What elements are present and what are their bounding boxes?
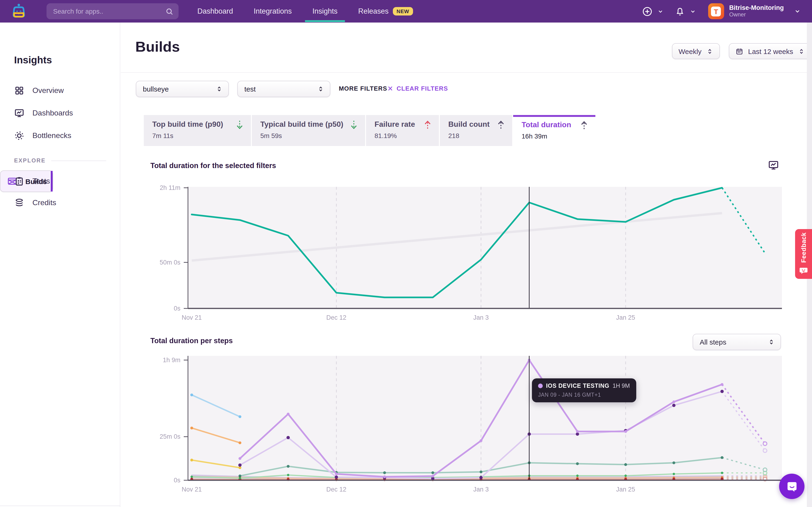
metric-tabs: Top build time (p90)7m 11sTypical build … bbox=[0, 115, 812, 146]
trend-up-arrow-icon bbox=[580, 121, 588, 130]
explore-label: EXPLORE bbox=[14, 157, 46, 164]
feedback-tab-label: Feedback bbox=[800, 232, 807, 263]
sidebar-item-label: Overview bbox=[33, 87, 64, 95]
new-badge: NEW bbox=[393, 7, 413, 15]
sidebar-item-label: Tests bbox=[33, 177, 50, 185]
more-filters-label: MORE FILTERS bbox=[339, 85, 387, 92]
avatar-letter: T bbox=[711, 6, 721, 16]
select-updown-icon bbox=[768, 338, 775, 345]
chat-fab-button[interactable] bbox=[779, 474, 805, 499]
metric-label: Total duration bbox=[522, 121, 571, 129]
y-tick-label: 25m 0s bbox=[159, 433, 181, 440]
metric-label: Typical build time (p50) bbox=[260, 120, 343, 129]
chart2-title: Total duration per steps bbox=[150, 337, 233, 345]
date-range-value: Last 12 weeks bbox=[748, 47, 793, 55]
metric-value: 16h 39m bbox=[522, 132, 588, 140]
period-value: Weekly bbox=[678, 47, 702, 55]
select-updown-icon bbox=[317, 86, 324, 93]
steps-select[interactable]: All steps bbox=[693, 334, 781, 350]
sidebar-item-overview[interactable]: Overview bbox=[0, 79, 120, 102]
workspace-avatar[interactable]: T bbox=[708, 3, 724, 19]
sidebar-main-items: OverviewDashboardsBottlenecks bbox=[0, 79, 120, 147]
sidebar-item-bottlenecks[interactable]: Bottlenecks bbox=[0, 124, 120, 147]
nav-link-integrations[interactable]: Integrations bbox=[254, 7, 292, 15]
metric-tab-header: Top build time (p90) bbox=[152, 120, 243, 129]
nav-link-dashboard[interactable]: Dashboard bbox=[197, 7, 233, 15]
x-tick-label: Dec 12 bbox=[326, 486, 347, 493]
feedback-tab-button[interactable]: Feedback bbox=[795, 229, 812, 279]
nav-link-label: Insights bbox=[312, 7, 338, 15]
app-filter-value: bullseye bbox=[143, 85, 169, 93]
steps-select-value: All steps bbox=[700, 338, 726, 346]
metric-tab-1[interactable]: Top build time (p90)7m 11s bbox=[144, 115, 251, 146]
y-tick-label: 0s bbox=[173, 477, 181, 484]
workflow-filter-value: test bbox=[244, 85, 256, 93]
metric-value: 218 bbox=[448, 132, 505, 139]
date-range-select[interactable]: Last 12 weeks bbox=[729, 43, 812, 59]
duration-per-steps-chart[interactable]: 1h 9m25m 0s0sNov 21Dec 12Jan 3Jan 25 bbox=[155, 352, 800, 507]
y-tick-label: 0s bbox=[173, 305, 181, 312]
y-tick-label: 2h 11m bbox=[160, 184, 181, 191]
metric-label: Build count bbox=[448, 120, 490, 129]
workflow-filter-select[interactable]: test bbox=[237, 81, 331, 97]
metric-tab-header: Total duration bbox=[522, 121, 588, 130]
select-updown-icon bbox=[706, 48, 713, 55]
add-app-icon[interactable] bbox=[642, 6, 653, 17]
metric-tab-header: Failure rate bbox=[374, 120, 432, 129]
tests-icon bbox=[14, 176, 24, 186]
chart-tooltip: IOS DEVICE TESTING 1H 9M JAN 09 - JAN 16… bbox=[532, 378, 637, 402]
monitor-chart-icon[interactable] bbox=[768, 160, 779, 171]
divider bbox=[51, 160, 106, 161]
sidebar: Insights OverviewDashboardsBottlenecks E… bbox=[0, 22, 120, 507]
y-tick-label: 50m 0s bbox=[159, 259, 181, 266]
app-search bbox=[47, 3, 179, 19]
nav-link-label: Releases bbox=[358, 7, 389, 15]
chart1-title: Total duration for the selected filters bbox=[150, 162, 276, 170]
clear-filters-button[interactable]: CLEAR FILTERS bbox=[387, 85, 448, 92]
divider bbox=[121, 72, 812, 73]
clear-filters-label: CLEAR FILTERS bbox=[397, 85, 448, 92]
metric-tab-3[interactable]: Failure rate81.19% bbox=[366, 115, 439, 146]
credits-icon bbox=[14, 198, 24, 208]
x-tick-label: Dec 12 bbox=[326, 314, 347, 321]
calendar-icon bbox=[735, 47, 744, 55]
chevron-down-icon[interactable] bbox=[690, 8, 696, 14]
sidebar-title: Insights bbox=[14, 54, 52, 66]
sidebar-explore-header: EXPLORE bbox=[14, 157, 106, 164]
metric-tab-4[interactable]: Build count218 bbox=[440, 115, 512, 146]
app-filter-select[interactable]: bullseye bbox=[136, 81, 229, 97]
metric-tab-header: Typical build time (p50) bbox=[260, 120, 358, 129]
tooltip-series: IOS DEVICE TESTING bbox=[546, 383, 609, 389]
y-tick-label: 1h 9m bbox=[163, 356, 181, 363]
metric-tab-2[interactable]: Typical build time (p50)5m 59s bbox=[252, 115, 365, 146]
account-name: Bitrise-Monitoring bbox=[729, 4, 784, 12]
period-select[interactable]: Weekly bbox=[672, 43, 720, 59]
nav-link-insights[interactable]: Insights bbox=[312, 7, 338, 15]
total-duration-chart[interactable]: 2h 11m50m 0s0sNov 21Dec 12Jan 3Jan 25 bbox=[155, 178, 800, 325]
x-tick-label: Nov 21 bbox=[182, 314, 202, 321]
sidebar-item-credits[interactable]: Credits bbox=[0, 192, 120, 214]
divider bbox=[0, 506, 120, 506]
monitor-chart-icon bbox=[14, 108, 24, 118]
notifications-bell-icon[interactable] bbox=[675, 6, 685, 16]
account-info[interactable]: Bitrise-Monitoring Owner bbox=[729, 4, 784, 18]
x-tick-label: Jan 3 bbox=[473, 486, 489, 493]
search-input[interactable] bbox=[53, 7, 165, 15]
grid-icon bbox=[14, 86, 24, 96]
x-tick-label: Jan 25 bbox=[616, 486, 635, 493]
x-tick-label: Nov 21 bbox=[182, 486, 202, 493]
more-filters-button[interactable]: MORE FILTERS bbox=[339, 85, 387, 92]
metric-tab-5[interactable]: Total duration16h 39m bbox=[513, 115, 595, 146]
select-updown-icon bbox=[798, 48, 805, 55]
sidebar-item-dashboards[interactable]: Dashboards bbox=[0, 102, 120, 124]
nav-link-releases[interactable]: ReleasesNEW bbox=[358, 7, 413, 15]
sidebar-item-tests[interactable]: Tests bbox=[0, 170, 120, 192]
x-tick-label: Jan 3 bbox=[473, 314, 489, 321]
chevron-down-icon[interactable] bbox=[794, 8, 801, 14]
metric-label: Failure rate bbox=[374, 120, 415, 129]
metric-value: 81.19% bbox=[374, 132, 432, 139]
bitrise-logo-icon[interactable] bbox=[10, 3, 27, 20]
metric-label: Top build time (p90) bbox=[152, 120, 223, 129]
nav-link-label: Integrations bbox=[254, 7, 292, 15]
chevron-down-icon[interactable] bbox=[657, 8, 663, 14]
